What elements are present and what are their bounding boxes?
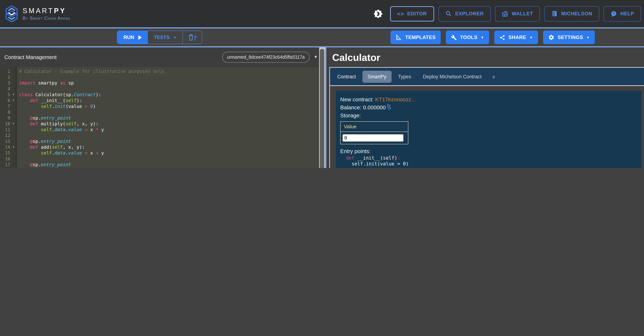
settings-dropdown-button[interactable]: SETTINGS ▼: [543, 31, 595, 44]
explorer-nav-label: EXPLORER: [455, 11, 484, 17]
share-dropdown-button[interactable]: SHARE ▼: [494, 31, 538, 44]
line-number: 6: [0, 98, 10, 104]
fold-arrow-icon[interactable]: ▼: [10, 168, 17, 168]
file-selector[interactable]: unnamed_8dcee474f23c64d5ffa5117a: [222, 52, 310, 63]
editor-line: 3import smartpy as sp: [0, 80, 319, 86]
editor-line: 17 @sp.entry_point: [0, 162, 319, 168]
tools-label: TOOLS: [460, 35, 478, 40]
editor-nav-button[interactable]: <> EDITOR: [390, 6, 434, 21]
smartpy-ide: SMARTPY By Smart Chain Arena <> EDITOR E…: [0, 0, 644, 168]
line-code: [17, 156, 19, 162]
main-content: Contract Management unnamed_8dcee474f23c…: [0, 47, 644, 168]
output-code-line: [340, 167, 642, 168]
editor-line: 16: [0, 156, 319, 162]
fold-arrow-icon[interactable]: ▼: [10, 121, 17, 127]
chevron-down-icon[interactable]: ▾: [314, 54, 317, 59]
tab-types[interactable]: Types: [393, 71, 416, 83]
line-code: self.init(value = 0): [17, 104, 96, 109]
toolbar-right-group: TEMPLATES TOOLS ▼ SHARE ▼ SETTINGS ▼: [391, 31, 595, 44]
michelson-nav-button[interactable]: MICHELSON: [544, 6, 599, 21]
storage-label: Storage:: [340, 112, 642, 120]
line-number: 17: [0, 162, 10, 168]
templates-button[interactable]: TEMPLATES: [391, 31, 441, 44]
action-toolbar: RUN TESTS ▼ TEMPLATES: [0, 29, 644, 46]
code-editor[interactable]: 1# Calculator - Example for illustrative…: [0, 67, 319, 168]
chevron-down-icon: ▼: [530, 36, 533, 39]
fold-spacer: [10, 109, 17, 115]
line-number: 10: [0, 121, 10, 127]
fold-spacer: [10, 156, 17, 162]
help-nav-button[interactable]: ? HELP: [604, 6, 641, 21]
search-icon: [445, 11, 452, 17]
wrench-icon: [451, 35, 457, 40]
line-code: def multiply(self, x, y):: [17, 121, 98, 127]
tools-dropdown-button[interactable]: TOOLS ▼: [446, 31, 489, 44]
line-code: @sp.entry_point: [17, 115, 71, 121]
editor-line: 15 self.data.value = x + y: [0, 150, 319, 156]
run-button[interactable]: RUN: [117, 31, 148, 44]
editor-line: 13 @sp.entry_point: [0, 139, 319, 144]
storage-table: Value: [340, 121, 408, 144]
line-number: 11: [0, 127, 10, 133]
entry-points-label: Entry points:: [340, 148, 642, 154]
output-code-line: def __init__(self):: [340, 155, 642, 161]
close-icon[interactable]: x: [492, 74, 495, 79]
fold-arrow-icon[interactable]: ▼: [10, 144, 17, 150]
line-code: [17, 109, 19, 115]
editor-line: 18▼ def square(self, x):: [0, 168, 319, 168]
chevron-down-icon: ▼: [174, 36, 177, 39]
wallet-icon: ꜩ: [502, 11, 508, 17]
line-code: @sp.entry_point: [17, 139, 71, 144]
editor-scrollbar[interactable]: [319, 47, 325, 168]
chevron-down-icon: ▼: [481, 36, 484, 39]
fold-spacer: [10, 127, 17, 133]
line-code: self.data.value = x + y: [17, 150, 104, 156]
line-code: class Calculator(sp.Contract):: [17, 92, 101, 98]
run-label: RUN: [124, 35, 134, 40]
tab-contract[interactable]: Contract: [332, 71, 361, 83]
line-code: [17, 86, 19, 92]
help-nav-label: HELP: [620, 11, 634, 17]
fold-arrow-icon[interactable]: ▼: [10, 92, 17, 98]
brand-subtitle: By Smart Chain Arena: [22, 16, 70, 21]
entry-points-code: def __init__(self): self.init(value = 0)…: [340, 155, 642, 168]
tab-smartpy[interactable]: SmartPy: [362, 71, 392, 83]
scrollbar-thumb[interactable]: [320, 49, 324, 168]
explorer-nav-button[interactable]: EXPLORER: [438, 6, 491, 21]
brand-title: SMARTPY: [22, 7, 70, 15]
output-code-line: self.init(value = 0): [340, 161, 642, 167]
fold-spacer: [10, 115, 17, 121]
editor-lines: 1# Calculator - Example for illustrative…: [0, 69, 319, 168]
fold-arrow-icon[interactable]: ▼: [10, 98, 17, 104]
tests-dropdown-button[interactable]: TESTS ▼: [148, 31, 182, 44]
theme-toggle-icon[interactable]: [373, 9, 383, 19]
line-number: 3: [0, 80, 10, 86]
brand-text: SMARTPY By Smart Chain Arena: [22, 7, 70, 21]
line-number: 2: [0, 74, 10, 80]
panel-split-divider[interactable]: [325, 47, 326, 168]
output-container: Contract SmartPy Types Deploy Michelson …: [329, 67, 644, 168]
contract-management-title: Contract Management: [4, 54, 57, 60]
wallet-nav-button[interactable]: ꜩ WALLET: [495, 6, 540, 21]
tab-deploy-michelson-contract[interactable]: Deploy Michelson Contract: [418, 71, 487, 83]
fold-spacer: [10, 104, 17, 109]
contract-address[interactable]: KT1Tezoooozz…: [375, 96, 417, 102]
svg-text:ꜩ: ꜩ: [503, 13, 506, 16]
editor-line: 8: [0, 109, 319, 115]
storage-value-input[interactable]: [342, 134, 404, 142]
svg-text:?: ?: [613, 12, 615, 15]
new-contract-line: New contract: KT1Tezoooozz…: [340, 96, 642, 104]
line-code: def __init__(self):: [17, 98, 82, 104]
fold-spacer: [10, 162, 17, 168]
clear-output-button[interactable]: [183, 31, 202, 44]
share-icon: [500, 35, 505, 40]
fold-spacer: [10, 74, 17, 80]
editor-nav-label: EDITOR: [407, 11, 427, 17]
ruler-icon: [396, 34, 402, 41]
file-selector-name: unnamed_8dcee474f23c64d5ffa5117a: [227, 55, 305, 60]
editor-line: 14▼ def add(self, x, y):: [0, 144, 319, 150]
contract-title: Calculator: [326, 47, 644, 67]
fold-spacer: [10, 139, 17, 144]
balance-line: Balance: 0.000000ꜩ: [340, 104, 642, 112]
line-number: 18: [0, 168, 10, 168]
